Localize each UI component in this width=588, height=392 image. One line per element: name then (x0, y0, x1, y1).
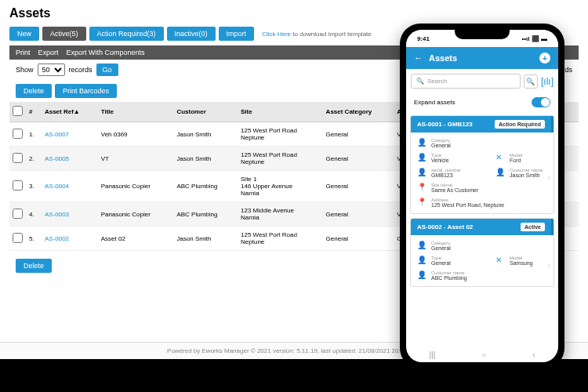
category-icon: 👤 (417, 241, 426, 249)
row-checkbox[interactable] (13, 180, 23, 191)
search-input[interactable]: 🔍 Search (411, 74, 521, 89)
nav-home-icon[interactable]: ○ (481, 350, 486, 359)
asset-ref-link[interactable]: AS-0002 (45, 235, 69, 242)
type-icon: 👤 (417, 256, 426, 264)
phone-status-icons: ••ıl ⬛ ▬ (522, 35, 548, 42)
serial-icon: 👤 (417, 168, 426, 176)
row-checkbox[interactable] (13, 209, 23, 219)
barcode-icon[interactable]: [ılı] (541, 76, 554, 87)
asset-ref-link[interactable]: AS-0007 (45, 131, 69, 138)
nav-back-icon[interactable]: ‹ (532, 350, 535, 359)
site-icon: 📍 (417, 183, 426, 191)
asset-ref-link[interactable]: AS-0004 (45, 183, 69, 190)
asset-card-2[interactable]: AS-0002 - Asset 02 Active › 👤CategoryGen… (410, 218, 554, 287)
records-label: records (69, 66, 93, 74)
customer-icon: 👤 (417, 270, 426, 279)
row-checkbox[interactable] (13, 233, 23, 243)
phone-notch (455, 30, 510, 39)
card1-badge: Action Required (495, 120, 545, 129)
category-icon: 👤 (417, 138, 426, 147)
download-template-text: Click Here to download import template (262, 31, 372, 38)
export-components-link[interactable]: Export With Components (67, 49, 145, 56)
search-icon: 🔍 (416, 78, 424, 85)
select-all-checkbox[interactable] (13, 106, 23, 116)
print-barcodes-button[interactable]: Print Barcodes (55, 84, 117, 98)
delete-button[interactable]: Delete (16, 84, 52, 98)
phone-navbar: ||| ○ ‹ (406, 347, 558, 362)
col-ref[interactable]: Asset Ref▲ (42, 102, 98, 122)
card2-title: AS-0002 - Asset 02 (417, 223, 473, 230)
row-checkbox[interactable] (13, 129, 23, 139)
export-link[interactable]: Export (38, 49, 59, 56)
asset-ref-link[interactable]: AS-0005 (45, 155, 69, 162)
customer-icon: 👤 (495, 168, 505, 176)
delete-button-bottom[interactable]: Delete (16, 259, 52, 273)
page-size-select[interactable]: 50 (38, 64, 65, 76)
card1-title: AS-0001 - GMB123 (417, 121, 473, 128)
app-title: Assets (429, 53, 457, 63)
col-title[interactable]: Title (98, 102, 174, 122)
action-required-filter-button[interactable]: Action Required(3) (89, 27, 164, 41)
print-link[interactable]: Print (16, 49, 31, 56)
new-button[interactable]: New (9, 27, 39, 41)
phone-frame: 9:41 ••ıl ⬛ ▬ ← Assets + 🔍 Search 🔍 [ılı… (400, 24, 564, 368)
phone-time: 9:41 (417, 35, 430, 42)
active-filter-button[interactable]: Active(5) (42, 27, 86, 41)
chevron-right-icon: › (548, 173, 550, 182)
back-icon[interactable]: ← (414, 53, 423, 63)
col-site[interactable]: Site (238, 102, 323, 122)
inactive-filter-button[interactable]: Inactive(0) (167, 27, 216, 41)
model-icon: ✕ (495, 153, 505, 162)
type-icon: 👤 (417, 153, 426, 162)
expand-toggle[interactable] (532, 97, 550, 107)
col-customer[interactable]: Customer (173, 102, 238, 122)
chevron-right-icon: › (548, 261, 550, 270)
add-icon[interactable]: + (539, 53, 550, 64)
row-checkbox[interactable] (13, 153, 23, 163)
asset-ref-link[interactable]: AS-0003 (45, 211, 69, 218)
asset-card-1[interactable]: AS-0001 - GMB123 Action Required › 👤Cate… (410, 115, 554, 214)
download-template-link[interactable]: Click Here (262, 31, 291, 38)
col-category[interactable]: Asset Category (323, 102, 394, 122)
col-num[interactable]: # (26, 102, 42, 122)
go-button[interactable]: Go (96, 64, 118, 76)
model-icon: ✕ (495, 256, 505, 264)
address-icon: 📍 (417, 198, 426, 206)
import-button[interactable]: Import (219, 27, 255, 41)
search-button[interactable]: 🔍 (524, 74, 538, 89)
nav-recent-icon[interactable]: ||| (429, 350, 435, 359)
show-label: Show (16, 66, 34, 74)
card2-badge: Active (521, 223, 545, 231)
expand-assets-label: Expand assets (414, 99, 455, 106)
page-title: Assets (9, 6, 579, 20)
